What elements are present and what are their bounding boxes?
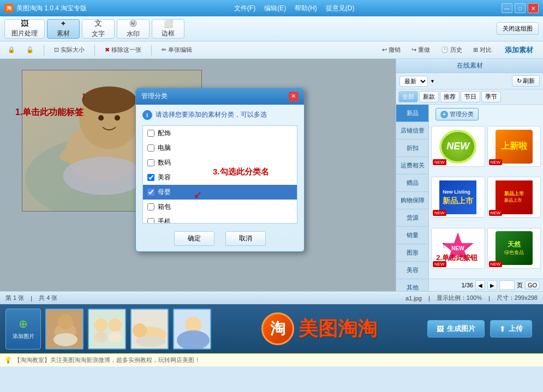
material-item-6[interactable]: 天然 绿色食品 NEW (487, 228, 541, 269)
zoom-unlock-button[interactable]: 🔓 (23, 45, 37, 55)
tool-text[interactable]: 文 文字 (82, 19, 115, 39)
maximize-button[interactable]: □ (515, 3, 526, 13)
minimize-button[interactable]: — (502, 3, 512, 13)
go-button[interactable]: GO (525, 281, 540, 290)
right-panel-inner: 新品 店铺信誉 折扣 运费相关 赠品 购物保障 货源 销量 图形 美容 其他 +… (396, 105, 543, 291)
status-total: 共 4 张 (39, 294, 57, 302)
app-title: 美图淘淘 1.0.4 淘宝专版 (16, 4, 87, 13)
dialog-item-xiangbao[interactable]: 箱包 (143, 200, 297, 214)
title-menu: 文件(F) 编辑(E) 帮助(H) 提意见(D) (234, 4, 355, 13)
tool-watermark[interactable]: ㊙ 水印 (117, 19, 150, 39)
next-page-button[interactable]: ▶ (487, 280, 497, 290)
checkbox-muying[interactable] (147, 189, 154, 196)
upload-button[interactable]: ⬆ 上传 (490, 320, 532, 337)
badge-3: NEW (433, 210, 446, 216)
logo-text: 美图淘淘 (299, 316, 377, 342)
generate-button[interactable]: 🖼 生成图片 (427, 320, 485, 337)
sidebar-cat-new[interactable]: 新品 (396, 105, 428, 122)
history-button[interactable]: 🕐 历史 (438, 45, 466, 55)
svg-point-23 (135, 336, 166, 347)
sidebar-cat-discount[interactable]: 折扣 (396, 140, 428, 157)
single-edit-button[interactable]: ✏ 单张编辑 (158, 45, 195, 55)
tool-border[interactable]: ⬜ 边框 (152, 19, 184, 39)
redo-button[interactable]: ↪ 重做 (408, 45, 433, 55)
undo-button[interactable]: ↩ 撤销 (379, 45, 404, 55)
thumbnail-4[interactable] (173, 309, 211, 349)
dialog-item-muying[interactable]: 母婴 (143, 185, 297, 200)
info-icon: i (142, 110, 152, 120)
svg-point-22 (133, 323, 147, 337)
tool-image-process[interactable]: 🖼 图片处理 (4, 19, 45, 39)
dialog-item-diannao[interactable]: 电脑 (143, 141, 297, 155)
sidebar-cat-gift[interactable]: 赠品 (396, 174, 428, 192)
checkbox-xiangbao[interactable] (147, 203, 154, 210)
sidebar-cat-sales[interactable]: 销量 (396, 227, 428, 244)
annotation-3: 3.勾选此分类名 (213, 167, 269, 177)
status-dimensions: 尺寸：299x298 (497, 294, 538, 302)
zoom-lock-button[interactable]: 🔒 (4, 45, 19, 55)
sidebar-cat-other[interactable]: 其他 (396, 279, 428, 291)
material-item-2[interactable]: 上新啦 NEW (487, 126, 541, 167)
tool-material-label: 素材 (57, 29, 70, 38)
sidebar-cat-guarantee[interactable]: 购物保障 (396, 192, 428, 209)
material-item-1[interactable]: NEW NEW (431, 126, 485, 167)
close-group-button[interactable]: 关闭这组图 (497, 22, 539, 35)
tool-material[interactable]: ✦ 素材 (47, 19, 80, 39)
sidebar-cat-shipping[interactable]: 运费相关 (396, 157, 428, 174)
sidebar-cat-beauty[interactable]: 美容 (396, 262, 428, 279)
refresh-button[interactable]: ↻ 刷新 (512, 75, 540, 87)
checkbox-peishi[interactable] (147, 130, 154, 137)
divider-2 (94, 45, 95, 56)
manage-categories-button[interactable]: + 管理分类 (435, 108, 479, 120)
secondary-toolbar: 🔒 🔓 ⊡ 实际大小 ✖ 移除这一张 ✏ 单张编辑 ↩ 撤销 ↪ 重做 🕐 历史… (0, 41, 543, 59)
compare-button[interactable]: ⊞ 对比 (470, 45, 495, 55)
annotation-2-arrow: ↑ (441, 240, 446, 250)
cat-tab-new[interactable]: 新款 (419, 91, 439, 102)
svg-point-18 (109, 318, 122, 331)
divider-3 (151, 45, 152, 56)
dialog-item-peishi[interactable]: 配饰 (143, 126, 297, 141)
sidebar-cat-shop[interactable]: 店铺信誉 (396, 122, 428, 140)
sidebar-cat-graphic[interactable]: 图形 (396, 244, 428, 262)
remove-button[interactable]: ✖ 移除这一张 (102, 45, 145, 55)
menu-help[interactable]: 帮助(H) (295, 4, 317, 13)
checkbox-shouji[interactable] (147, 218, 154, 224)
new-listing-red: 新品上市新品上市 (496, 180, 533, 214)
cat-tab-season[interactable]: 季节 (481, 91, 501, 102)
actual-size-icon: ⊡ (54, 46, 59, 53)
compare-icon: ⊞ (473, 46, 478, 53)
sidebar-cat-source[interactable]: 货源 (396, 209, 428, 227)
material-icon: ✦ (60, 19, 67, 28)
border-icon: ⬜ (164, 19, 173, 28)
cancel-button[interactable]: 取消 (225, 231, 266, 246)
thumbnail-1[interactable] (45, 309, 83, 349)
close-button[interactable]: ✕ (528, 3, 539, 13)
cat-tab-holiday[interactable]: 节日 (461, 91, 480, 102)
checkbox-diannao[interactable] (147, 144, 154, 152)
filter-select[interactable]: 最新 (399, 76, 428, 87)
material-item-3[interactable]: New Listing新品上市 NEW (431, 177, 485, 218)
cat-tab-all[interactable]: 全部 (398, 91, 418, 102)
cat-tab-recommended[interactable]: 推荐 (440, 91, 460, 102)
menu-feedback[interactable]: 提意见(D) (326, 4, 355, 13)
material-item-4[interactable]: 新品上市新品上市 NEW (487, 177, 541, 218)
online-material-header: 在线素材 (396, 59, 543, 73)
tool-image-process-label: 图片处理 (11, 29, 38, 38)
logo-icon: 淘 (261, 312, 294, 345)
prev-page-button[interactable]: ◀ (475, 280, 485, 290)
confirm-button[interactable]: 确定 (174, 231, 214, 246)
thumbnail-3[interactable] (130, 309, 169, 349)
new-listing-blue: New Listing新品上市 (439, 180, 476, 214)
dialog-item-shouji[interactable]: 手机 (143, 214, 297, 224)
menu-edit[interactable]: 编辑(E) (264, 4, 286, 13)
add-image-button[interactable]: ⊕ 添加图片 (5, 309, 41, 349)
single-edit-label: 单张编辑 (168, 46, 192, 54)
dialog-close-button[interactable]: ✕ (289, 92, 299, 101)
menu-file[interactable]: 文件(F) (234, 4, 255, 13)
actual-size-button[interactable]: ⊡ 实际大小 (51, 45, 88, 55)
status-zoom: 显示比例：100% (437, 294, 482, 302)
thumbnail-2[interactable] (88, 309, 126, 349)
checkbox-meirong[interactable] (147, 174, 154, 181)
checkbox-shuma[interactable] (147, 159, 154, 166)
page-number-input[interactable] (499, 280, 515, 290)
